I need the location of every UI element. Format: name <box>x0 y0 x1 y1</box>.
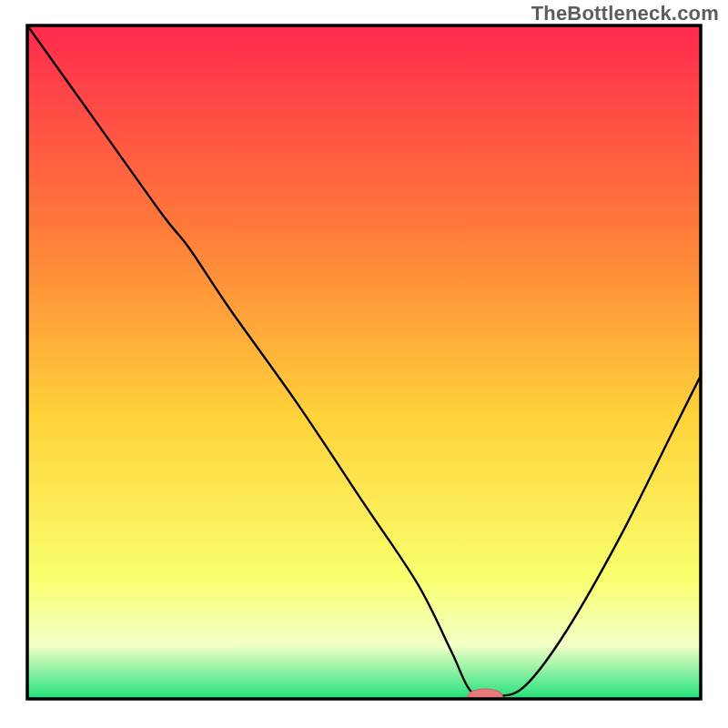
chart-stage: TheBottleneck.com <box>0 0 728 728</box>
optimal-marker <box>468 689 502 703</box>
watermark-text: TheBottleneck.com <box>531 2 719 25</box>
bottleneck-chart <box>0 0 728 728</box>
gradient-background <box>27 25 701 699</box>
